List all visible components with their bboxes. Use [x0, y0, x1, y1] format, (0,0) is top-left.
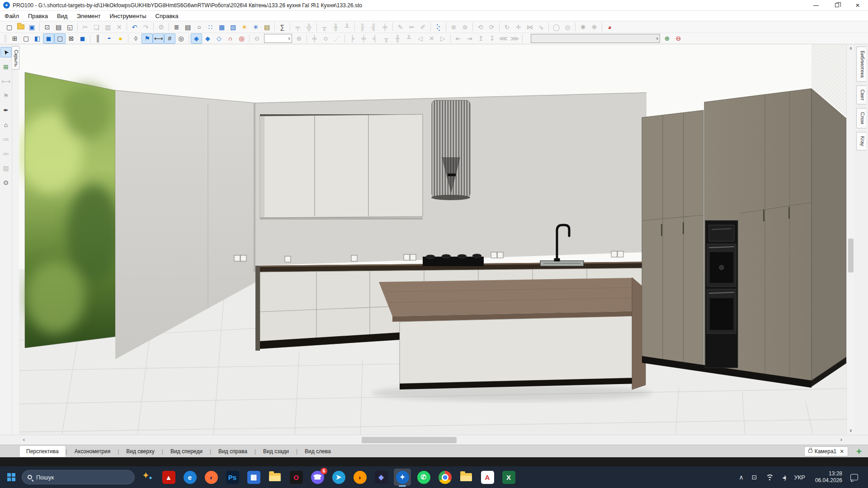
ungroup-button[interactable]: ⊚: [459, 22, 471, 32]
wifi-icon[interactable]: [765, 474, 774, 480]
center-horizontal-button[interactable]: ╪: [309, 33, 320, 44]
draw-path-button[interactable]: ✐: [417, 22, 429, 32]
draw-line-button[interactable]: ✎: [395, 22, 406, 32]
zoom-out-button[interactable]: ⊖: [251, 33, 263, 44]
view-tab-axonometry[interactable]: Аксонометрия: [68, 446, 117, 457]
dimension-tool[interactable]: ⟷: [0, 76, 12, 86]
skew-button[interactable]: ⋰: [331, 33, 343, 44]
tilt-cross-button[interactable]: ✕: [426, 33, 437, 44]
cooker-hood[interactable]: [431, 100, 470, 200]
snap-center-button[interactable]: ◆: [202, 33, 213, 44]
tilt-right-button[interactable]: ▷: [437, 33, 448, 44]
shadows-button[interactable]: ◓: [104, 33, 115, 44]
menu-help[interactable]: Справка: [151, 12, 183, 20]
taskbar-app-excel[interactable]: X: [500, 469, 517, 486]
labels-button[interactable]: ◊: [130, 33, 142, 44]
view-tab-perspective[interactable]: Перспектива: [20, 446, 65, 457]
settings-button[interactable]: ⚙: [156, 22, 167, 32]
menu-file[interactable]: Файл: [0, 12, 24, 20]
scroll-up-button[interactable]: ∧: [847, 44, 855, 52]
taskbar-app-firefox[interactable]: ◗: [203, 469, 220, 486]
pair-center-button[interactable]: ╪: [379, 22, 391, 32]
spread-a-button[interactable]: ⋘: [498, 33, 509, 44]
panel-tab-layers[interactable]: Слои: [856, 108, 866, 128]
kitchen-3d-view[interactable]: [19, 44, 846, 435]
taskbar-app-acrobat[interactable]: ▲: [160, 469, 177, 486]
horizontal-scrollbar[interactable]: ‹ ›: [0, 435, 868, 445]
design-canvas[interactable]: [19, 44, 846, 435]
save-button[interactable]: ▣: [26, 22, 38, 32]
list-b-tool[interactable]: ≕: [0, 148, 12, 159]
align-bottom-button[interactable]: ╨: [341, 22, 353, 32]
menu-tools[interactable]: Инструменты: [105, 12, 151, 20]
vertical-scroll-thumb[interactable]: [848, 239, 854, 272]
estimate-sigma-button[interactable]: ∑: [277, 22, 288, 32]
view-textured-button[interactable]: ◼: [77, 33, 88, 44]
ellipse-front-button[interactable]: ◯: [551, 22, 562, 32]
clock[interactable]: 13:28 06.04.2026: [815, 470, 842, 484]
taskbar-app-photoshop[interactable]: Ps: [224, 469, 241, 486]
structure-button[interactable]: ≣: [171, 22, 182, 32]
print-setup-button[interactable]: ⊡: [42, 22, 53, 32]
kitchen-island[interactable]: [372, 277, 652, 401]
tray-chevron-icon[interactable]: ∧: [739, 474, 744, 481]
rotate-button[interactable]: ↻: [501, 22, 513, 32]
move-button[interactable]: ✛: [513, 22, 524, 32]
snap-axis-button[interactable]: ◇: [213, 33, 225, 44]
undo-button[interactable]: ↶: [129, 22, 140, 32]
copy-button[interactable]: ❏: [91, 22, 102, 32]
close-button[interactable]: ✕: [847, 0, 868, 10]
new-element-tool[interactable]: ⊞: [0, 61, 12, 72]
align-center-button[interactable]: ╪: [358, 33, 369, 44]
distribute-left-button[interactable]: ⇤: [453, 33, 464, 44]
taskbar-app-chrome[interactable]: [436, 469, 453, 486]
magnet-button[interactable]: ∩: [225, 33, 236, 44]
redo-button[interactable]: ↷: [140, 22, 151, 32]
camera-tab[interactable]: Камера1 ✕: [804, 446, 849, 456]
ellipse-back-button[interactable]: ◎: [562, 22, 573, 32]
taskbar-app-app-a[interactable]: A: [479, 469, 496, 486]
element-name-combo[interactable]: ∨: [531, 34, 660, 43]
resize-button[interactable]: ⇘: [535, 22, 547, 32]
pipette-tool[interactable]: ✒: [0, 105, 12, 115]
draw-shape-button[interactable]: ✏: [406, 22, 417, 32]
center-target-button[interactable]: ◎: [236, 33, 247, 44]
zoom-in-button[interactable]: ⊕: [293, 33, 305, 44]
print-preview-button[interactable]: ◱: [64, 22, 75, 32]
distribute-up-button[interactable]: ↥: [475, 33, 486, 44]
speaker-icon[interactable]: ◂): [783, 474, 786, 481]
scroll-right-button[interactable]: ›: [836, 435, 846, 445]
restore-button[interactable]: [826, 0, 847, 10]
contour-tool[interactable]: ⌂: [0, 119, 12, 130]
notification-center-icon[interactable]: [850, 474, 858, 480]
rotate-right-button[interactable]: ⟳: [486, 22, 497, 32]
align-left-button[interactable]: ╞: [347, 33, 358, 44]
view-wireframe-button[interactable]: ⊞: [9, 33, 20, 44]
align-top-button[interactable]: ╥: [319, 22, 330, 32]
snap-edges-button[interactable]: ◆: [191, 33, 202, 44]
vertical-scrollbar[interactable]: ∧ ∨: [846, 44, 854, 435]
horizontal-scroll-thumb[interactable]: [362, 437, 457, 443]
distribute-right-button[interactable]: ⇥: [464, 33, 475, 44]
new-file-button[interactable]: ▢: [4, 22, 15, 32]
language-indicator[interactable]: УКР: [794, 474, 805, 481]
taskbar-app-whatsapp[interactable]: ✆: [415, 469, 432, 486]
view-tab-front[interactable]: Вид спереди: [164, 446, 209, 457]
report-remove-button[interactable]: ⊖: [673, 33, 684, 44]
panel-tab-light[interactable]: Свет: [856, 85, 866, 104]
panel-tab-kray[interactable]: Kray: [856, 132, 866, 150]
pair-right-button[interactable]: ╢: [368, 22, 379, 32]
note-tool[interactable]: ⚑: [0, 90, 12, 101]
green-wall-art[interactable]: [19, 72, 121, 348]
pair-left-button[interactable]: ╟: [357, 22, 368, 32]
glow-a-button[interactable]: ✺: [577, 22, 589, 32]
view-tab-back[interactable]: Вид сзади: [257, 446, 295, 457]
sunlight-button[interactable]: ☀: [239, 22, 250, 32]
scroll-down-button[interactable]: ∨: [847, 427, 855, 435]
camera-tab-close-icon[interactable]: ✕: [840, 448, 844, 455]
taskbar-app-calculator[interactable]: ▦: [245, 469, 262, 486]
view-hidden-line-button[interactable]: ▢: [20, 33, 32, 44]
grid-button[interactable]: #: [164, 33, 175, 44]
report-add-button[interactable]: ⊕: [661, 33, 673, 44]
delete-button[interactable]: ✕: [113, 22, 125, 32]
